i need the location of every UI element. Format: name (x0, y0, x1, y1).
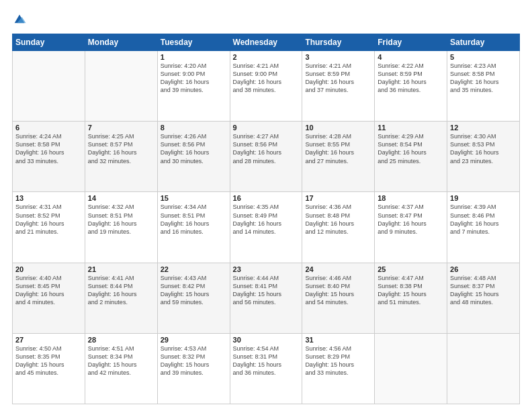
calendar-cell (375, 333, 447, 404)
calendar-cell (447, 333, 520, 404)
calendar-cell: 5Sunrise: 4:23 AM Sunset: 8:58 PM Daylig… (447, 51, 520, 122)
day-info: Sunrise: 4:40 AM Sunset: 8:45 PM Dayligh… (15, 274, 82, 307)
calendar-cell: 2Sunrise: 4:21 AM Sunset: 9:00 PM Daylig… (230, 51, 302, 122)
calendar-header-sunday: Sunday (13, 34, 85, 51)
calendar-cell: 3Sunrise: 4:21 AM Sunset: 8:59 PM Daylig… (302, 51, 375, 122)
day-number: 15 (161, 194, 227, 202)
calendar-week-row: 13Sunrise: 4:31 AM Sunset: 8:52 PM Dayli… (13, 192, 520, 263)
calendar-cell: 28Sunrise: 4:51 AM Sunset: 8:34 PM Dayli… (85, 333, 157, 404)
day-number: 11 (378, 124, 444, 132)
day-number: 10 (305, 124, 371, 132)
day-number: 7 (88, 124, 154, 132)
calendar-cell: 29Sunrise: 4:53 AM Sunset: 8:32 PM Dayli… (157, 333, 230, 404)
day-info: Sunrise: 4:20 AM Sunset: 9:00 PM Dayligh… (161, 62, 227, 95)
day-info: Sunrise: 4:53 AM Sunset: 8:32 PM Dayligh… (161, 345, 227, 377)
calendar-cell: 7Sunrise: 4:25 AM Sunset: 8:57 PM Daylig… (85, 122, 157, 192)
calendar-cell: 13Sunrise: 4:31 AM Sunset: 8:52 PM Dayli… (13, 192, 85, 263)
day-number: 22 (161, 265, 227, 273)
calendar-cell: 12Sunrise: 4:30 AM Sunset: 8:53 PM Dayli… (447, 122, 520, 192)
day-info: Sunrise: 4:35 AM Sunset: 8:49 PM Dayligh… (233, 203, 300, 236)
calendar-cell: 6Sunrise: 4:24 AM Sunset: 8:58 PM Daylig… (13, 122, 85, 192)
day-info: Sunrise: 4:54 AM Sunset: 8:31 PM Dayligh… (233, 345, 300, 377)
day-info: Sunrise: 4:26 AM Sunset: 8:56 PM Dayligh… (161, 132, 227, 165)
calendar-cell: 9Sunrise: 4:27 AM Sunset: 8:56 PM Daylig… (230, 122, 302, 192)
day-info: Sunrise: 4:31 AM Sunset: 8:52 PM Dayligh… (15, 203, 82, 236)
calendar-cell: 8Sunrise: 4:26 AM Sunset: 8:56 PM Daylig… (157, 122, 230, 192)
day-number: 5 (450, 53, 517, 61)
calendar-cell: 11Sunrise: 4:29 AM Sunset: 8:54 PM Dayli… (375, 122, 447, 192)
calendar-cell: 15Sunrise: 4:34 AM Sunset: 8:51 PM Dayli… (157, 192, 230, 263)
day-info: Sunrise: 4:36 AM Sunset: 8:48 PM Dayligh… (305, 203, 371, 236)
page: SundayMondayTuesdayWednesdayThursdayFrid… (0, 0, 532, 411)
day-info: Sunrise: 4:41 AM Sunset: 8:44 PM Dayligh… (88, 274, 154, 307)
calendar-cell: 14Sunrise: 4:32 AM Sunset: 8:51 PM Dayli… (85, 192, 157, 263)
calendar-header-tuesday: Tuesday (157, 34, 230, 51)
day-info: Sunrise: 4:25 AM Sunset: 8:57 PM Dayligh… (88, 132, 154, 165)
day-number: 20 (15, 265, 82, 273)
day-info: Sunrise: 4:30 AM Sunset: 8:53 PM Dayligh… (450, 132, 517, 165)
calendar-cell: 25Sunrise: 4:47 AM Sunset: 8:38 PM Dayli… (375, 263, 447, 333)
calendar-week-row: 20Sunrise: 4:40 AM Sunset: 8:45 PM Dayli… (13, 263, 520, 333)
day-info: Sunrise: 4:51 AM Sunset: 8:34 PM Dayligh… (88, 345, 154, 377)
day-number: 8 (161, 124, 227, 132)
day-info: Sunrise: 4:44 AM Sunset: 8:41 PM Dayligh… (233, 274, 300, 307)
day-number: 2 (233, 53, 300, 61)
calendar-cell: 1Sunrise: 4:20 AM Sunset: 9:00 PM Daylig… (157, 51, 230, 122)
day-number: 18 (378, 194, 444, 202)
logo-icon (12, 12, 27, 27)
day-info: Sunrise: 4:34 AM Sunset: 8:51 PM Dayligh… (161, 203, 227, 236)
day-number: 19 (450, 194, 517, 202)
calendar-cell: 23Sunrise: 4:44 AM Sunset: 8:41 PM Dayli… (230, 263, 302, 333)
day-info: Sunrise: 4:32 AM Sunset: 8:51 PM Dayligh… (88, 203, 154, 236)
calendar-cell: 10Sunrise: 4:28 AM Sunset: 8:55 PM Dayli… (302, 122, 375, 192)
calendar-cell: 19Sunrise: 4:39 AM Sunset: 8:46 PM Dayli… (447, 192, 520, 263)
day-number: 21 (88, 265, 154, 273)
day-number: 17 (305, 194, 371, 202)
day-info: Sunrise: 4:48 AM Sunset: 8:37 PM Dayligh… (450, 274, 517, 307)
day-info: Sunrise: 4:47 AM Sunset: 8:38 PM Dayligh… (378, 274, 444, 307)
calendar-cell: 16Sunrise: 4:35 AM Sunset: 8:49 PM Dayli… (230, 192, 302, 263)
day-number: 28 (88, 336, 154, 344)
day-number: 31 (305, 336, 371, 344)
day-number: 9 (233, 124, 300, 132)
calendar-table: SundayMondayTuesdayWednesdayThursdayFrid… (12, 34, 520, 404)
calendar-cell: 18Sunrise: 4:37 AM Sunset: 8:47 PM Dayli… (375, 192, 447, 263)
calendar-week-row: 1Sunrise: 4:20 AM Sunset: 9:00 PM Daylig… (13, 51, 520, 122)
calendar-cell (85, 51, 157, 122)
calendar-cell: 4Sunrise: 4:22 AM Sunset: 8:59 PM Daylig… (375, 51, 447, 122)
calendar-cell: 31Sunrise: 4:56 AM Sunset: 8:29 PM Dayli… (302, 333, 375, 404)
calendar-cell (13, 51, 85, 122)
day-info: Sunrise: 4:28 AM Sunset: 8:55 PM Dayligh… (305, 132, 371, 165)
calendar-header-row: SundayMondayTuesdayWednesdayThursdayFrid… (13, 34, 520, 51)
calendar-header-friday: Friday (375, 34, 447, 51)
day-number: 29 (161, 336, 227, 344)
logo (12, 12, 30, 27)
day-info: Sunrise: 4:43 AM Sunset: 8:42 PM Dayligh… (161, 274, 227, 307)
day-number: 6 (15, 124, 82, 132)
calendar-cell: 22Sunrise: 4:43 AM Sunset: 8:42 PM Dayli… (157, 263, 230, 333)
calendar-header-monday: Monday (85, 34, 157, 51)
calendar-cell: 20Sunrise: 4:40 AM Sunset: 8:45 PM Dayli… (13, 263, 85, 333)
calendar-week-row: 27Sunrise: 4:50 AM Sunset: 8:35 PM Dayli… (13, 333, 520, 404)
day-info: Sunrise: 4:21 AM Sunset: 8:59 PM Dayligh… (305, 62, 371, 95)
day-number: 23 (233, 265, 300, 273)
calendar-cell: 21Sunrise: 4:41 AM Sunset: 8:44 PM Dayli… (85, 263, 157, 333)
day-info: Sunrise: 4:27 AM Sunset: 8:56 PM Dayligh… (233, 132, 300, 165)
calendar-header-thursday: Thursday (302, 34, 375, 51)
day-number: 4 (378, 53, 444, 61)
day-number: 16 (233, 194, 300, 202)
day-number: 30 (233, 336, 300, 344)
day-number: 12 (450, 124, 517, 132)
day-info: Sunrise: 4:21 AM Sunset: 9:00 PM Dayligh… (233, 62, 300, 95)
day-number: 26 (450, 265, 517, 273)
day-number: 14 (88, 194, 154, 202)
calendar-cell: 30Sunrise: 4:54 AM Sunset: 8:31 PM Dayli… (230, 333, 302, 404)
calendar-header-wednesday: Wednesday (230, 34, 302, 51)
day-info: Sunrise: 4:29 AM Sunset: 8:54 PM Dayligh… (378, 132, 444, 165)
day-info: Sunrise: 4:46 AM Sunset: 8:40 PM Dayligh… (305, 274, 371, 307)
calendar-cell: 24Sunrise: 4:46 AM Sunset: 8:40 PM Dayli… (302, 263, 375, 333)
day-number: 3 (305, 53, 371, 61)
day-info: Sunrise: 4:39 AM Sunset: 8:46 PM Dayligh… (450, 203, 517, 236)
day-number: 1 (161, 53, 227, 61)
day-number: 13 (15, 194, 82, 202)
